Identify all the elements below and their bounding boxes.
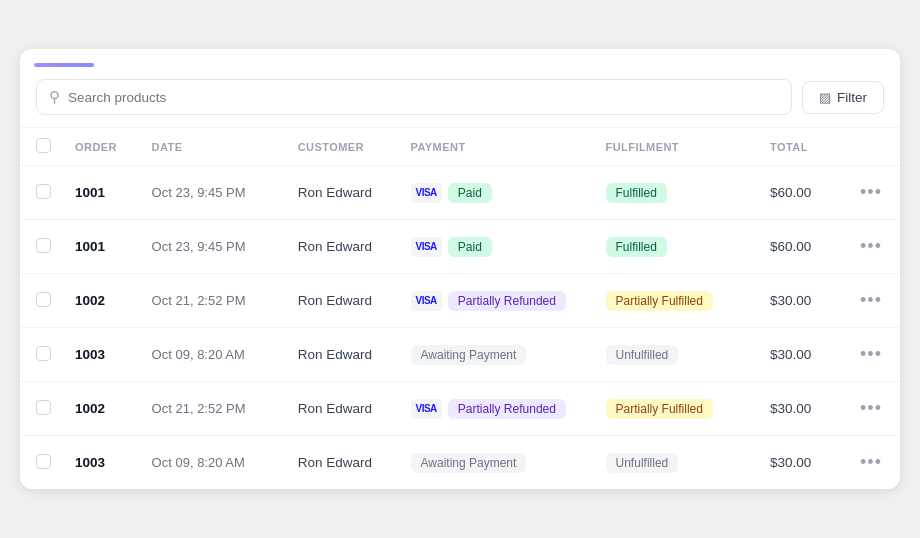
order-date: Oct 09, 8:20 AM [140,328,286,382]
payment-cell: VISAPaid [399,220,594,274]
more-options-button[interactable]: ••• [854,234,888,259]
table-row: 1001Oct 23, 9:45 PMRon EdwardVISAPaidFul… [20,220,900,274]
fulfilment-cell: Unfulfilled [594,436,758,490]
row-checkbox-0[interactable] [36,184,51,199]
customer-name: Ron Edward [286,436,399,490]
payment-badge: Partially Refunded [448,399,566,419]
actions-cell: ••• [842,166,900,220]
fulfilment-badge: Fulfilled [606,183,667,203]
actions-cell: ••• [842,328,900,382]
search-input[interactable] [68,90,779,105]
header-total: TOTAL [758,128,842,166]
actions-cell: ••• [842,436,900,490]
fulfilment-cell: Partially Fulfilled [594,274,758,328]
order-date: Oct 23, 9:45 PM [140,220,286,274]
customer-name: Ron Edward [286,382,399,436]
main-card: ⚲ ▨ Filter ORDER DATE CUSTOMER PAYMENT F… [20,49,900,489]
fulfilment-badge: Unfulfilled [606,345,679,365]
order-total: $30.00 [758,328,842,382]
payment-cell: VISAPaid [399,166,594,220]
row-check-cell [20,328,63,382]
more-options-button[interactable]: ••• [854,450,888,475]
fulfilment-badge: Partially Fulfilled [606,399,713,419]
more-options-button[interactable]: ••• [854,180,888,205]
payment-cell: Awaiting Payment [399,436,594,490]
customer-name: Ron Edward [286,166,399,220]
table-header-row: ORDER DATE CUSTOMER PAYMENT FULFILMENT T… [20,128,900,166]
payment-badge: Paid [448,183,492,203]
fulfilment-cell: Unfulfilled [594,328,758,382]
filter-button[interactable]: ▨ Filter [802,81,884,114]
table-row: 1002Oct 21, 2:52 PMRon EdwardVISAPartial… [20,274,900,328]
order-number: 1001 [63,220,140,274]
table-row: 1001Oct 23, 9:45 PMRon EdwardVISAPaidFul… [20,166,900,220]
header-date: DATE [140,128,286,166]
filter-label: Filter [837,90,867,105]
fulfilment-cell: Partially Fulfilled [594,382,758,436]
fulfilment-badge: Fulfilled [606,237,667,257]
payment-cell: VISAPartially Refunded [399,382,594,436]
orders-table: ORDER DATE CUSTOMER PAYMENT FULFILMENT T… [20,127,900,489]
header-checkbox[interactable] [36,138,51,153]
header-customer: CUSTOMER [286,128,399,166]
payment-cell: Awaiting Payment [399,328,594,382]
order-number: 1002 [63,382,140,436]
header-payment: PAYMENT [399,128,594,166]
table-row: 1002Oct 21, 2:52 PMRon EdwardVISAPartial… [20,382,900,436]
header-check [20,128,63,166]
search-icon: ⚲ [49,88,60,106]
order-total: $60.00 [758,166,842,220]
actions-cell: ••• [842,220,900,274]
row-check-cell [20,166,63,220]
row-check-cell [20,220,63,274]
payment-badge: Partially Refunded [448,291,566,311]
order-date: Oct 23, 9:45 PM [140,166,286,220]
order-date: Oct 09, 8:20 AM [140,436,286,490]
order-total: $30.00 [758,436,842,490]
header-order: ORDER [63,128,140,166]
customer-name: Ron Edward [286,274,399,328]
order-number: 1003 [63,328,140,382]
fulfilment-cell: Fulfilled [594,166,758,220]
more-options-button[interactable]: ••• [854,396,888,421]
filter-icon: ▨ [819,90,831,105]
header-actions [842,128,900,166]
table-row: 1003Oct 09, 8:20 AMRon EdwardAwaiting Pa… [20,328,900,382]
payment-cell: VISAPartially Refunded [399,274,594,328]
visa-icon: VISA [411,399,442,419]
search-box[interactable]: ⚲ [36,79,792,115]
row-check-cell [20,436,63,490]
payment-badge: Paid [448,237,492,257]
payment-badge: Awaiting Payment [411,345,527,365]
order-number: 1002 [63,274,140,328]
row-checkbox-5[interactable] [36,454,51,469]
row-checkbox-3[interactable] [36,346,51,361]
row-checkbox-4[interactable] [36,400,51,415]
more-options-button[interactable]: ••• [854,288,888,313]
customer-name: Ron Edward [286,220,399,274]
row-check-cell [20,382,63,436]
header-fulfilment: FULFILMENT [594,128,758,166]
actions-cell: ••• [842,274,900,328]
actions-cell: ••• [842,382,900,436]
more-options-button[interactable]: ••• [854,342,888,367]
order-total: $30.00 [758,274,842,328]
table-body: 1001Oct 23, 9:45 PMRon EdwardVISAPaidFul… [20,166,900,490]
visa-icon: VISA [411,237,442,257]
row-check-cell [20,274,63,328]
order-number: 1003 [63,436,140,490]
fulfilment-cell: Fulfilled [594,220,758,274]
order-date: Oct 21, 2:52 PM [140,274,286,328]
visa-icon: VISA [411,183,442,203]
order-number: 1001 [63,166,140,220]
order-total: $60.00 [758,220,842,274]
table-row: 1003Oct 09, 8:20 AMRon EdwardAwaiting Pa… [20,436,900,490]
row-checkbox-1[interactable] [36,238,51,253]
visa-icon: VISA [411,291,442,311]
order-total: $30.00 [758,382,842,436]
fulfilment-badge: Unfulfilled [606,453,679,473]
toolbar: ⚲ ▨ Filter [20,67,900,127]
row-checkbox-2[interactable] [36,292,51,307]
payment-badge: Awaiting Payment [411,453,527,473]
fulfilment-badge: Partially Fulfilled [606,291,713,311]
